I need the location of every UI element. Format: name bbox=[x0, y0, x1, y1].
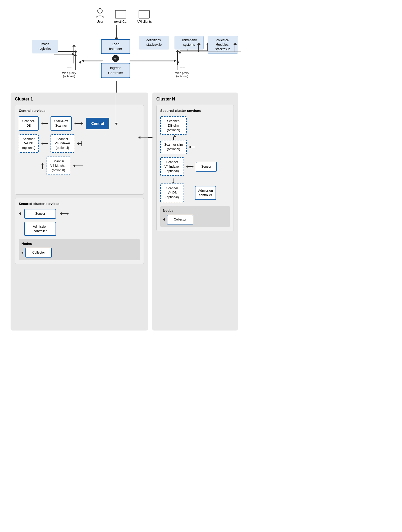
api-label: API clients bbox=[137, 20, 152, 24]
or-label: or bbox=[114, 57, 117, 60]
top-actors: User · · · roxctl CLI · · · API clients bbox=[95, 8, 152, 24]
arrow-lb-to-proxy-left bbox=[81, 62, 102, 62]
roxctl-actor: · · · roxctl CLI bbox=[114, 10, 127, 24]
api-actor: · · · API clients bbox=[137, 10, 152, 24]
arrow-indexer-stub bbox=[77, 141, 83, 146]
scanner-v4-matcher-box: ScannerV4 Matcher(optional) bbox=[47, 157, 70, 175]
image-registries-box: Imageregistries bbox=[32, 40, 58, 53]
sensor-row-1: Sensor bbox=[19, 209, 140, 219]
arrow-v4db-N-down bbox=[160, 178, 175, 184]
nodes-N-box: Nodes Collector bbox=[160, 206, 230, 227]
admission-controller-N-box: Admissioncontroller bbox=[195, 186, 216, 200]
api-icon: · · · bbox=[139, 10, 150, 19]
person-icon bbox=[95, 8, 105, 19]
load-balancer-box: Loadbalancer bbox=[101, 39, 130, 54]
scanner-db-box: Scanner-DB bbox=[19, 116, 39, 131]
scanner-slim-box: Scanner-slim(optional) bbox=[160, 140, 187, 154]
v4db-N-row bbox=[160, 178, 230, 184]
central-services-title: Central services bbox=[19, 109, 45, 113]
scanner-slim-row: Scanner-slim(optional) bbox=[160, 140, 230, 154]
proxy-right-horiz bbox=[177, 52, 241, 52]
admission-controller-N-label: Admissioncontroller bbox=[198, 189, 213, 197]
collector-1-box: Collector bbox=[25, 248, 52, 258]
web-proxy-left-icon bbox=[64, 63, 74, 70]
sensor-1-box: Sensor bbox=[24, 209, 56, 219]
arrow-to-definitions bbox=[198, 44, 199, 52]
image-registries-label: Imageregistries bbox=[39, 42, 52, 51]
arrow-scanner-central bbox=[74, 122, 83, 125]
collector-N-label: Collector bbox=[174, 218, 186, 221]
arrow-v4db-up bbox=[41, 163, 44, 169]
scanner-v4-indexer-label: ScannerV4 Indexer(optional) bbox=[55, 137, 70, 150]
main-arrow-lb-to-central bbox=[116, 81, 116, 123]
arrow-into-collector-1 bbox=[21, 251, 23, 254]
arrow-into-sensor-1 bbox=[19, 212, 21, 215]
lb-label: Loadbalancer bbox=[109, 42, 122, 51]
admission-row-1: Admissioncontroller bbox=[19, 222, 140, 236]
third-party-label: Third-partysystems bbox=[181, 38, 197, 47]
user-label: User bbox=[97, 20, 103, 24]
user-actor: User bbox=[95, 8, 105, 24]
scanner-v4-db-N-box: ScannerV4 DB(optional) bbox=[160, 184, 184, 202]
central-label: Central bbox=[91, 121, 104, 126]
definitions-label: definitions.stackrox.io bbox=[147, 38, 162, 47]
collector-row-1: Collector bbox=[21, 248, 137, 258]
web-proxy-right-group: Web proxy(optional) bbox=[175, 63, 189, 78]
ingress-controller-box: IngressController bbox=[101, 63, 130, 78]
arrow-to-thirdparty bbox=[217, 44, 217, 52]
arrow-sensorN-central bbox=[140, 137, 153, 137]
clusterN-title: Cluster N bbox=[156, 97, 175, 101]
cli-icon: · · · bbox=[115, 10, 126, 19]
arrow-into-collector-N bbox=[163, 218, 165, 221]
sensor-1-label: Sensor bbox=[35, 212, 45, 215]
secured-cluster-services-1-box: Secured cluster services Sensor bbox=[15, 198, 144, 264]
svg-marker-7 bbox=[74, 53, 77, 56]
stackrox-scanner-label: StackRoxScanner bbox=[54, 119, 68, 127]
central-box: Central bbox=[86, 118, 109, 129]
scanner-db-slim-row: Scanner-DB-slim(optional) bbox=[160, 116, 230, 135]
nodes-1-box: Nodes Collector bbox=[19, 239, 140, 260]
stackrox-scanner-box: StackRoxScanner bbox=[51, 116, 72, 131]
scanner-v4-db-N-label: ScannerV4 DB(optional) bbox=[166, 186, 179, 199]
collector-row-N: Collector bbox=[163, 215, 227, 224]
arrow-slim-sensor bbox=[189, 146, 195, 148]
clusterN-box: Cluster N Secured cluster services Scann… bbox=[152, 93, 238, 513]
admission-controller-1-label: Admissioncontroller bbox=[33, 225, 47, 233]
arrow-v4db-indexer bbox=[41, 142, 48, 145]
indexer-sensor-N-row: ScannerV4 Indexer(optional) Sensor bbox=[160, 157, 230, 176]
scanner-v4-indexer-N-box: ScannerV4 Indexer(optional) bbox=[160, 157, 184, 176]
sensor-N-box: Sensor bbox=[196, 162, 217, 172]
ingress-label: IngressController bbox=[108, 66, 123, 75]
scanner-v4-matcher-label: ScannerV4 Matcher(optional) bbox=[50, 159, 66, 172]
scanner-v4-db-box: ScannerV4 DB(optional) bbox=[19, 134, 39, 153]
definitions-box: definitions.stackrox.io bbox=[139, 36, 169, 49]
scanner-db-slim-label: Scanner-DB-slim(optional) bbox=[167, 119, 180, 132]
central-services-row1: Scanner-DB StackRoxScanner bbox=[19, 116, 140, 131]
lb-ingress-group: Loadbalancer or IngressController bbox=[101, 39, 130, 78]
nodes-N-title: Nodes bbox=[163, 209, 173, 213]
admission-controller-1-box: Admissioncontroller bbox=[24, 222, 56, 236]
secured-cluster-services-N-box: Secured cluster services Scanner-DB-slim… bbox=[156, 105, 234, 231]
scanner-slim-label: Scanner-slim(optional) bbox=[164, 143, 183, 151]
nodes-1-title: Nodes bbox=[21, 242, 32, 246]
central-services-row3: ScannerV4 Matcher(optional) bbox=[19, 157, 140, 175]
web-proxy-right-label: Web proxy(optional) bbox=[175, 71, 189, 78]
central-services-row2: ScannerV4 DB(optional) ScannerV4 Indexer… bbox=[19, 134, 140, 153]
scanner-db-slim-box: Scanner-DB-slim(optional) bbox=[160, 116, 187, 135]
scanner-v4-db-label: ScannerV4 DB(optional) bbox=[22, 137, 35, 150]
scanner-db-label: Scanner-DB bbox=[22, 119, 35, 127]
collector-1-label: Collector bbox=[32, 251, 45, 254]
diagram-container: User · · · roxctl CLI · · · API clients bbox=[0, 0, 246, 526]
arrow-matcher-central bbox=[73, 164, 83, 167]
web-proxy-left-label: Web proxy(optional) bbox=[62, 71, 76, 78]
roxctl-label: roxctl CLI bbox=[114, 20, 127, 24]
full-diagram: User · · · roxctl CLI · · · API clients bbox=[5, 5, 241, 521]
svg-marker-9 bbox=[72, 53, 75, 56]
scanner-v4-indexer-box: ScannerV4 Indexer(optional) bbox=[51, 134, 74, 153]
cluster1-box: Cluster 1 Central services Scanner-DB bbox=[11, 93, 148, 513]
svg-point-67 bbox=[98, 8, 102, 13]
arrow-indexer-sensor-N bbox=[186, 165, 194, 168]
arrow-lb-to-proxy-right bbox=[130, 62, 177, 62]
sensor-N-label: Sensor bbox=[201, 165, 211, 168]
arrow-actors-to-lb bbox=[116, 28, 117, 38]
